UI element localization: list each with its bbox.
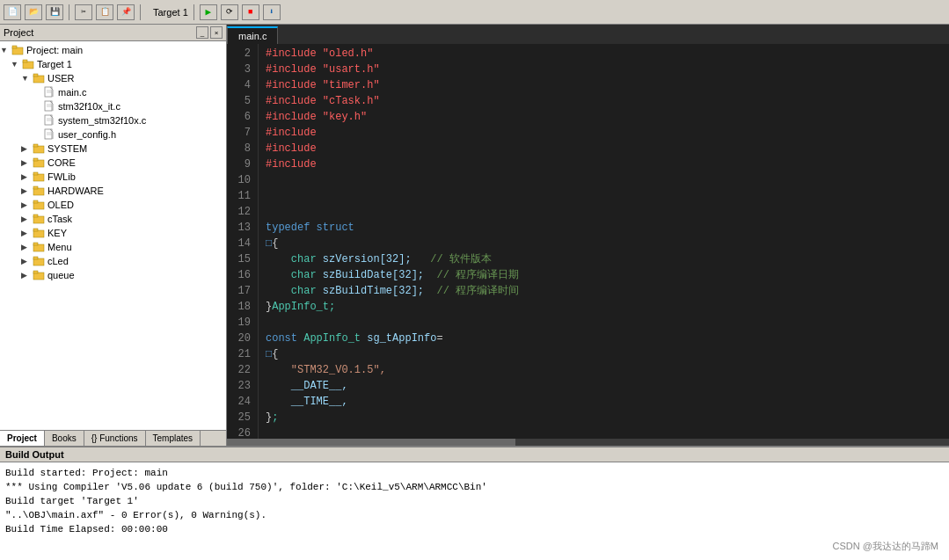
tree-expand-hardware[interactable]: ▶: [21, 186, 32, 195]
sidebar-item-main-c[interactable]: main.c: [0, 85, 226, 99]
tree-expand-user[interactable]: ▼: [21, 74, 32, 83]
folder-icon-hardware: [32, 185, 46, 197]
type-span: char: [291, 253, 317, 265]
toolbar-btn-copy[interactable]: 📋: [96, 4, 113, 20]
line-number-19: 19: [227, 315, 251, 331]
sidebar-tab-templates-tab[interactable]: Templates: [146, 431, 201, 446]
sidebar-item-user[interactable]: ▼USER: [0, 71, 226, 85]
include-kw: #include: [266, 127, 323, 139]
toolbar-sep1: [69, 4, 69, 20]
include-kw: #include: [266, 111, 323, 123]
watermark: CSDN @我达达的马蹄M: [832, 540, 938, 553]
brace-span: {: [272, 348, 278, 360]
tree-label-core: CORE: [47, 157, 76, 168]
sidebar-close-btn[interactable]: ×: [210, 26, 223, 39]
comment-span: // 程序编译时间: [424, 285, 519, 297]
toolbar-btn-build[interactable]: ▶: [200, 4, 217, 20]
include-kw: #include: [266, 63, 323, 76]
tree-expand-fwlib[interactable]: ▶: [21, 172, 32, 181]
sidebar-tab-books-tab[interactable]: Books: [45, 431, 84, 446]
toolbar-btn-new[interactable]: 📄: [4, 4, 21, 20]
code-line-20: const AppInfo_t sg_tAppInfo=: [266, 331, 942, 346]
sidebar-item-project-main[interactable]: ▼Project: main: [0, 43, 226, 57]
code-line-13: typedef struct: [266, 220, 942, 236]
include-str: "usart.h": [323, 63, 380, 76]
sidebar-tab-project-tab[interactable]: Project: [0, 431, 45, 446]
line-number-20: 20: [227, 331, 251, 346]
sidebar-minimize-btn[interactable]: _: [196, 26, 208, 39]
tree-expand-menu[interactable]: ▶: [21, 243, 32, 251]
code-content[interactable]: #include "oled.h"#include "usart.h"#incl…: [259, 44, 949, 439]
sidebar-item-system-stm32[interactable]: system_stm32f10x.c: [0, 113, 226, 127]
sidebar-item-key[interactable]: ▶KEY: [0, 226, 226, 240]
type-span: char: [291, 269, 317, 281]
editor-scrollbar-thumb[interactable]: [227, 439, 515, 446]
tree-expand-system[interactable]: ▶: [21, 144, 32, 153]
field-span: szBuildDate[32];: [317, 269, 424, 281]
sidebar-item-menu[interactable]: ▶Menu: [0, 240, 226, 254]
include-str: "key.h": [323, 111, 367, 123]
tree-expand-ctask[interactable]: ▶: [21, 215, 32, 223]
tree-label-fwlib: FWLib: [47, 171, 76, 182]
tree-label-menu: Menu: [47, 242, 72, 252]
tree-expand-target1[interactable]: ▼: [11, 60, 21, 69]
code-editor[interactable]: 2345678910111213141516171819202122232425…: [227, 44, 949, 439]
build-line: Build target 'Target 1': [5, 494, 944, 508]
type-span: char: [291, 285, 317, 297]
line-number-11: 11: [227, 188, 251, 204]
build-line: "..\OBJ\main.axf" - 0 Error(s), 0 Warnin…: [5, 508, 944, 522]
sidebar-item-system[interactable]: ▶SYSTEM: [0, 142, 226, 156]
tree-expand-project-main[interactable]: ▼: [0, 46, 11, 55]
folder-icon-fwlib: [32, 171, 46, 183]
sidebar-item-queue[interactable]: ▶queue: [0, 268, 226, 282]
svg-rect-33: [33, 243, 38, 245]
code-line-19: [266, 315, 942, 331]
include-kw: #include: [266, 95, 323, 107]
toolbar-btn-open[interactable]: 📂: [25, 4, 42, 20]
editor-scrollbar[interactable]: [227, 439, 949, 446]
sidebar-tab-functions-tab[interactable]: {} Functions: [84, 431, 146, 446]
folder-icon-key: [32, 227, 46, 239]
line-number-21: 21: [227, 346, 251, 362]
tree-label-main-c: main.c: [58, 87, 86, 98]
sidebar-item-hardware[interactable]: ▶HARDWARE: [0, 184, 226, 198]
toolbar-btn-paste[interactable]: 📌: [117, 4, 135, 20]
sidebar-item-core[interactable]: ▶CORE: [0, 156, 226, 170]
sidebar-item-target1[interactable]: ▼Target 1: [0, 57, 226, 71]
toolbar-btn-save[interactable]: 💾: [46, 4, 63, 20]
editor-tab-main-c[interactable]: main.c: [227, 26, 278, 44]
code-line-25: };: [266, 410, 942, 425]
sidebar-item-ctask[interactable]: ▶cTask: [0, 212, 226, 226]
sidebar-tabs: ProjectBooks{} FunctionsTemplates: [0, 430, 226, 446]
tree-expand-cled[interactable]: ▶: [21, 257, 32, 265]
line-number-15: 15: [227, 251, 251, 267]
toolbar-btn-cut[interactable]: ✂: [75, 4, 92, 20]
file-icon-system-stm32: [42, 114, 56, 127]
toolbar-btn-rebuild[interactable]: ⟳: [221, 4, 238, 20]
toolbar-sep2: [140, 4, 141, 20]
file-icon-user-config: [42, 128, 56, 141]
sidebar-item-user-config[interactable]: user_config.h: [0, 127, 226, 142]
folder-icon-target1: [21, 58, 35, 70]
keyword-span: typedef struct: [266, 222, 354, 234]
sidebar-item-fwlib[interactable]: ▶FWLib: [0, 170, 226, 184]
toolbar-btn-download[interactable]: ⬇: [263, 4, 281, 20]
code-line-5: #include "cTask.h": [266, 93, 942, 109]
sidebar-item-cled[interactable]: ▶cLed: [0, 254, 226, 268]
folder-icon-cled: [32, 255, 46, 267]
tree-label-ctask: cTask: [47, 214, 72, 224]
tree-expand-queue[interactable]: ▶: [21, 271, 32, 280]
folder-icon-core: [32, 156, 46, 169]
tree-expand-oled[interactable]: ▶: [21, 200, 32, 209]
toolbar-btn-stop[interactable]: ■: [242, 4, 259, 20]
toolbar-title: Target 1: [153, 7, 188, 18]
tree-expand-core[interactable]: ▶: [21, 158, 32, 167]
sidebar-item-oled[interactable]: ▶OLED: [0, 198, 226, 212]
build-output-header: Build Output: [0, 447, 949, 462]
code-line-8: #include: [266, 141, 942, 156]
tree-label-stm32f10x-it: stm32f10x_it.c: [58, 101, 120, 112]
sidebar-item-stm32f10x-it[interactable]: stm32f10x_it.c: [0, 99, 226, 113]
field-span: szVersion[32];: [317, 253, 412, 265]
tree-expand-key[interactable]: ▶: [21, 229, 32, 237]
tree-label-project-main: Project: main: [26, 45, 83, 55]
